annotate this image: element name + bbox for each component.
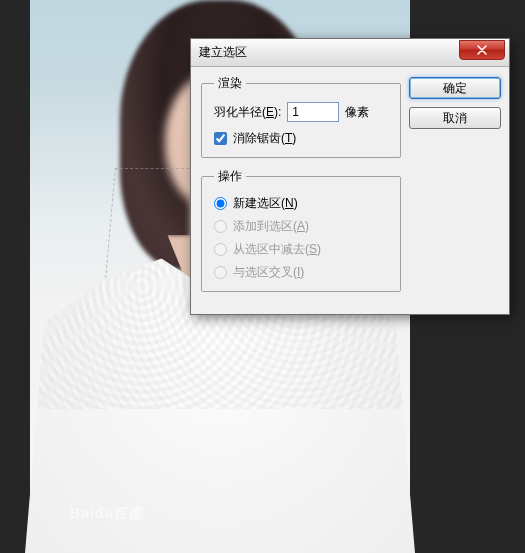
cancel-button[interactable]: 取消: [409, 107, 501, 129]
operation-label-subtract: 从选区中减去(S): [233, 241, 321, 258]
render-legend: 渲染: [214, 75, 246, 92]
ok-button[interactable]: 确定: [409, 77, 501, 99]
operation-label-new: 新建选区(N): [233, 195, 298, 212]
operation-option-new[interactable]: 新建选区(N): [214, 195, 390, 212]
render-group: 渲染 羽化半径(E): 像素 消除锯齿(T): [201, 75, 401, 158]
feather-radius-input[interactable]: [287, 102, 339, 122]
dialog-title: 建立选区: [199, 44, 247, 61]
operation-label-intersect: 与选区交叉(I): [233, 264, 304, 281]
operation-option-add: 添加到选区(A): [214, 218, 390, 235]
feather-unit: 像素: [345, 104, 369, 121]
dialog-body: 渲染 羽化半径(E): 像素 消除锯齿(T) 操作: [191, 67, 509, 314]
make-selection-dialog: 建立选区 渲染 羽化半径(E): 像素: [190, 38, 510, 315]
dialog-button-column: 确定 取消: [409, 75, 501, 302]
operation-radio-subtract: [214, 243, 227, 256]
antialias-label: 消除锯齿(T): [233, 130, 296, 147]
close-icon: [477, 45, 487, 55]
feather-label: 羽化半径(E):: [214, 104, 281, 121]
operation-radio-intersect: [214, 266, 227, 279]
antialias-row: 消除锯齿(T): [214, 130, 390, 147]
watermark: Baidu百度: [70, 505, 144, 523]
operation-legend: 操作: [214, 168, 246, 185]
close-button[interactable]: [459, 40, 505, 60]
operation-option-subtract: 从选区中减去(S): [214, 241, 390, 258]
operation-group: 操作 新建选区(N) 添加到选区(A) 从选区中减去(S: [201, 168, 401, 292]
dialog-titlebar[interactable]: 建立选区: [191, 39, 509, 67]
dialog-left-column: 渲染 羽化半径(E): 像素 消除锯齿(T) 操作: [201, 75, 401, 302]
antialias-checkbox[interactable]: [214, 132, 227, 145]
operation-radio-new[interactable]: [214, 197, 227, 210]
feather-row: 羽化半径(E): 像素: [214, 102, 390, 122]
operation-radio-add: [214, 220, 227, 233]
operation-option-intersect: 与选区交叉(I): [214, 264, 390, 281]
operation-label-add: 添加到选区(A): [233, 218, 309, 235]
